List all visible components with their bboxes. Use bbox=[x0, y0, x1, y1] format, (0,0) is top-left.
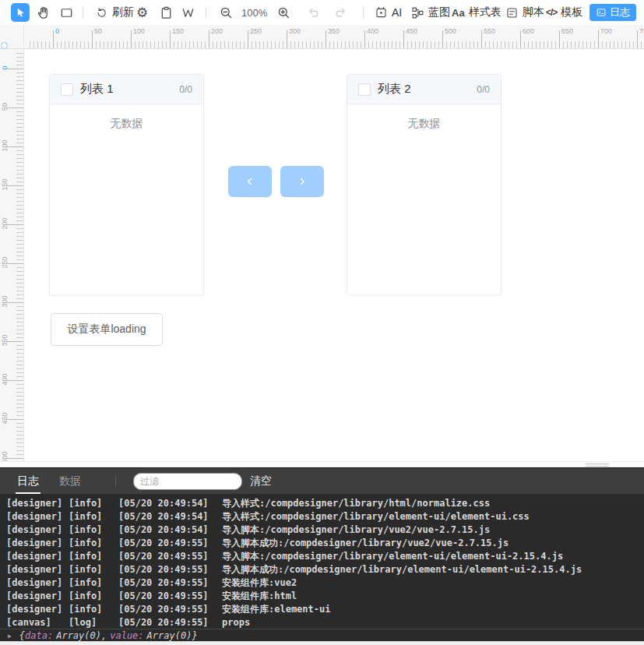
gear-icon: ⚙ bbox=[136, 6, 148, 19]
zoom-out-icon bbox=[219, 5, 234, 20]
template-label: 模板 bbox=[561, 5, 582, 19]
settings-button[interactable]: ⚙ bbox=[136, 0, 148, 25]
template-button[interactable]: </> 模板 bbox=[546, 0, 582, 25]
button-label: 设置表单loading bbox=[67, 322, 146, 337]
transfer-to-left-button[interactable] bbox=[228, 166, 272, 197]
log-line: [canvas][log][05/20 20:49:55]props bbox=[6, 616, 644, 629]
hand-icon bbox=[36, 5, 51, 20]
zoom-out-button[interactable] bbox=[219, 0, 234, 25]
refresh-label: 刷新 bbox=[112, 5, 134, 19]
ai-label: AI bbox=[392, 6, 402, 19]
empty-placeholder: 无数据 bbox=[347, 117, 501, 131]
console-divider bbox=[115, 476, 116, 487]
main-toolbar: 刷新 ⚙ 100% bbox=[0, 0, 644, 25]
toolbar-divider bbox=[363, 7, 364, 18]
ai-button[interactable]: AI bbox=[375, 0, 402, 25]
zoom-in-button[interactable] bbox=[276, 0, 291, 25]
code-icon: </> bbox=[546, 7, 557, 18]
panel-title: 列表 2 bbox=[378, 82, 411, 97]
log-line: [designer][info][05/20 20:49:55]导入脚本成功:/… bbox=[6, 563, 644, 576]
script-button[interactable]: 脚本 bbox=[505, 0, 544, 25]
log-panel-toggle-button[interactable]: 日志 bbox=[589, 4, 636, 21]
cursor-icon bbox=[14, 6, 26, 19]
stylesheet-button[interactable]: Aa 样式表 bbox=[452, 0, 501, 25]
transfer-to-right-button[interactable] bbox=[280, 166, 324, 197]
filter-input[interactable] bbox=[133, 473, 242, 490]
transfer-left-panel: 列表 1 0/0 无数据 bbox=[49, 74, 204, 296]
transfer-left-header: 列表 1 0/0 bbox=[50, 75, 203, 104]
tab-data[interactable]: 数据 bbox=[58, 468, 83, 494]
blueprint-button[interactable]: 蓝图 bbox=[411, 0, 450, 25]
chevron-right-icon bbox=[297, 176, 308, 187]
panel-count: 0/0 bbox=[179, 84, 192, 95]
log-line: [designer][info][05/20 20:49:55]安装组件库:el… bbox=[6, 603, 644, 616]
select-all-checkbox[interactable] bbox=[61, 83, 73, 96]
terminal-icon bbox=[596, 7, 607, 18]
refresh-icon bbox=[95, 6, 108, 19]
log-line: [designer][info][05/20 20:49:55]安装组件库:ht… bbox=[6, 590, 644, 603]
refresh-button[interactable]: 刷新 bbox=[95, 0, 134, 25]
horizontal-ruler: 0501001502002503003504004505005506006507… bbox=[23, 25, 644, 49]
pan-tool-button[interactable] bbox=[36, 0, 51, 25]
clipboard-button[interactable] bbox=[159, 0, 174, 25]
toolbar-divider bbox=[206, 7, 206, 18]
log-button-label: 日志 bbox=[610, 5, 630, 19]
script-label: 脚本 bbox=[523, 5, 544, 19]
toolbar-divider bbox=[83, 7, 83, 18]
empty-placeholder: 无数据 bbox=[50, 117, 203, 131]
w-logo-icon bbox=[181, 5, 195, 20]
redo-icon bbox=[333, 5, 348, 20]
marquee-tool-button[interactable] bbox=[59, 0, 74, 25]
clipboard-icon bbox=[159, 5, 174, 20]
log-line: [designer][info][05/20 20:49:54]导入脚本:/co… bbox=[6, 523, 644, 537]
select-all-checkbox[interactable] bbox=[358, 83, 371, 96]
stylesheet-icon: Aa bbox=[452, 7, 465, 19]
stylesheet-label: 样式表 bbox=[469, 5, 501, 19]
resize-grip-icon[interactable] bbox=[586, 463, 609, 467]
window-bottom-edge bbox=[0, 641, 644, 645]
blueprint-label: 蓝图 bbox=[428, 5, 450, 19]
panel-title: 列表 1 bbox=[80, 82, 114, 97]
w-tool-button[interactable] bbox=[181, 0, 195, 25]
vertical-ruler: 050100150200250300350400450500 bbox=[0, 48, 24, 461]
script-icon bbox=[505, 6, 519, 19]
ruler-origin-indicator bbox=[1, 42, 8, 49]
blueprint-icon bbox=[411, 6, 424, 19]
log-line: [designer][info][05/20 20:49:54]导入样式:/co… bbox=[6, 497, 644, 510]
redo-button[interactable] bbox=[333, 0, 348, 25]
select-tool-button[interactable] bbox=[11, 3, 30, 22]
transfer-right-header: 列表 2 0/0 bbox=[347, 75, 501, 104]
chevron-left-icon bbox=[245, 176, 255, 187]
undo-icon bbox=[306, 5, 321, 20]
undo-button[interactable] bbox=[306, 0, 321, 25]
log-line: [designer][info][05/20 20:49:55]导入脚本成功:/… bbox=[6, 537, 644, 550]
console-panel: 日志 数据 清空 [designer][info][05/20 20:49:54… bbox=[0, 467, 644, 645]
log-output: [designer][info][05/20 20:49:54]导入样式:/co… bbox=[0, 494, 644, 629]
panel-count: 0/0 bbox=[477, 84, 490, 95]
clear-log-button[interactable]: 清空 bbox=[250, 474, 272, 488]
log-line: [designer][info][05/20 20:49:55]导入脚本:/co… bbox=[6, 550, 644, 563]
ai-icon bbox=[375, 6, 388, 19]
zoom-level: 100% bbox=[241, 0, 267, 25]
design-canvas[interactable]: 列表 1 0/0 无数据 列表 2 0/0 无数据 设置表单loading bbox=[23, 48, 644, 461]
tab-log[interactable]: 日志 bbox=[16, 468, 40, 494]
rectangle-icon bbox=[59, 5, 74, 20]
console-toolbar: 日志 数据 清空 bbox=[0, 468, 644, 494]
log-line: [designer][info][05/20 20:49:54]导入样式:/co… bbox=[6, 510, 644, 523]
log-line: [designer][info][05/20 20:49:55]安装组件库:vu… bbox=[6, 576, 644, 590]
zoom-in-icon bbox=[276, 5, 291, 20]
set-form-loading-button[interactable]: 设置表单loading bbox=[51, 313, 163, 346]
transfer-right-panel: 列表 2 0/0 无数据 bbox=[347, 74, 501, 296]
